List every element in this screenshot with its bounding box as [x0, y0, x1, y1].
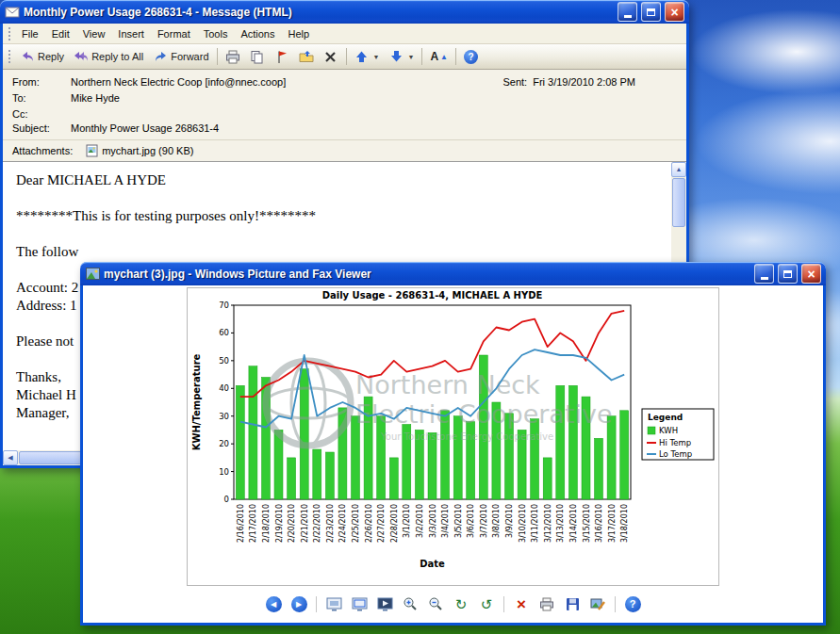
delete-button[interactable]	[319, 47, 343, 66]
svg-text:3/12/2010: 3/12/2010	[544, 504, 552, 543]
viewer-toolbar: ◀ ▶	[83, 586, 823, 622]
svg-text:2/23/2010: 2/23/2010	[326, 504, 335, 543]
email-titlebar[interactable]: Monthly Power Usage 268631-4 - Message (…	[0, 0, 689, 24]
edit-image-button[interactable]	[589, 595, 606, 612]
attachments-label: Attachments:	[12, 145, 73, 156]
move-to-folder-button[interactable]	[294, 47, 319, 66]
maximize-button[interactable]	[641, 2, 661, 22]
cc-row: Cc:	[12, 108, 677, 120]
svg-text:60: 60	[219, 328, 229, 337]
zoom-out-button[interactable]	[427, 595, 444, 612]
viewer-minimize-button[interactable]	[754, 264, 774, 284]
attachment-name: mychart.jpg (90 KB)	[102, 145, 193, 156]
help-icon: ?	[464, 50, 478, 64]
previous-image-button[interactable]: ◀	[265, 595, 282, 612]
svg-text:3/5/2010: 3/5/2010	[454, 504, 463, 538]
flag-icon	[274, 49, 289, 64]
email-window-icon	[5, 5, 20, 20]
reply-to-all-label: Reply to All	[91, 51, 143, 62]
menu-item-file[interactable]: File	[15, 25, 45, 42]
rotate-counterclockwise-button[interactable]: ↺	[478, 595, 495, 612]
previous-image-icon: ◀	[266, 596, 282, 612]
next-image-icon: ▶	[291, 596, 307, 612]
svg-text:10: 10	[219, 467, 229, 477]
close-button[interactable]: ×	[665, 2, 684, 22]
attachment-file-icon	[86, 144, 98, 157]
subject-row: Subject: Monthly Power Usage 268631-4	[12, 122, 677, 134]
svg-text:Daily Usage - 268631-4, MICHAE: Daily Usage - 268631-4, MICHAEL A HYDE	[322, 290, 543, 301]
menu-item-edit[interactable]: Edit	[45, 25, 76, 42]
menu-item-view[interactable]: View	[76, 25, 112, 42]
svg-text:3/4/2010: 3/4/2010	[441, 504, 450, 538]
zoom-in-button[interactable]	[402, 595, 419, 612]
slideshow-icon	[377, 597, 393, 611]
print-icon	[539, 597, 554, 611]
reply-button[interactable]: Reply	[15, 47, 69, 66]
svg-text:Date: Date	[420, 559, 445, 569]
print-image-button[interactable]	[538, 595, 555, 612]
viewer-help-button[interactable]: ?	[624, 595, 641, 612]
slideshow-button[interactable]	[376, 595, 393, 612]
viewer-window: mychart (3).jpg - Windows Picture and Fa…	[80, 262, 826, 626]
copy-icon	[250, 49, 265, 64]
delete-x-icon: ×	[517, 596, 526, 612]
menu-item-help[interactable]: Help	[281, 25, 316, 42]
svg-text:2/27/2010: 2/27/2010	[377, 504, 386, 543]
previous-item-button[interactable]: ▼	[350, 47, 385, 66]
svg-text:3/14/2010: 3/14/2010	[569, 504, 578, 543]
minimize-icon	[624, 15, 632, 18]
attachments-row: Attachments: mychart.jpg (90 KB)	[3, 139, 686, 161]
svg-text:KWH: KWH	[659, 426, 678, 435]
print-button[interactable]	[221, 47, 245, 66]
svg-text:30: 30	[219, 412, 229, 421]
next-image-button[interactable]: ▶	[290, 595, 307, 612]
flag-button[interactable]	[270, 47, 294, 66]
forward-button[interactable]: Forward	[148, 47, 213, 66]
attachment-item[interactable]: mychart.jpg (90 KB)	[86, 144, 193, 157]
from-row: From: Northern Neck Electric Coop [info@…	[12, 76, 677, 88]
svg-text:3/18/2010: 3/18/2010	[620, 504, 629, 543]
menubar-grip[interactable]	[8, 26, 12, 41]
minimize-button[interactable]	[618, 2, 637, 22]
actual-size-button[interactable]	[351, 595, 368, 612]
to-label: To:	[12, 92, 71, 104]
viewer-window-icon	[85, 267, 100, 282]
maximize-icon	[647, 8, 655, 16]
body-line: The follow	[16, 243, 658, 261]
to-value: Mike Hyde	[71, 92, 677, 104]
body-line: ********This is for testing purposes onl…	[16, 207, 658, 225]
rotate-clockwise-button[interactable]: ↻	[453, 595, 469, 612]
next-item-button[interactable]: ▼	[384, 47, 419, 66]
sent-group: Sent: Fri 3/19/2010 2:08 PM	[502, 76, 635, 88]
from-label: From:	[12, 76, 71, 88]
svg-text:3/8/2010: 3/8/2010	[492, 504, 501, 538]
viewer-toolbar-separator	[316, 596, 317, 612]
reply-to-all-button[interactable]: Reply to All	[69, 47, 148, 66]
save-image-button[interactable]	[564, 595, 581, 612]
toolbar-grip[interactable]	[8, 49, 12, 64]
delete-image-button[interactable]: ×	[513, 595, 530, 612]
toolbar-separator	[217, 48, 218, 65]
desktop: Monthly Power Usage 268631-4 - Message (…	[0, 0, 840, 634]
menu-item-actions[interactable]: Actions	[234, 25, 281, 42]
best-fit-icon	[326, 597, 342, 611]
font-size-up-arrow-icon: ▲	[440, 53, 448, 61]
menu-item-tools[interactable]: Tools	[197, 25, 235, 42]
best-fit-button[interactable]	[325, 595, 342, 612]
svg-text:3/11/2010: 3/11/2010	[531, 504, 539, 543]
copy-button[interactable]	[245, 47, 270, 66]
font-size-button[interactable]: A ▲	[425, 48, 453, 65]
reply-all-arrow-icon	[74, 49, 89, 64]
viewer-close-button[interactable]: ×	[801, 264, 821, 284]
scroll-up-button[interactable]: ▲	[671, 162, 686, 177]
maximize-icon	[783, 270, 792, 278]
viewer-titlebar[interactable]: mychart (3).jpg - Windows Picture and Fa…	[80, 262, 826, 285]
menu-item-insert[interactable]: Insert	[111, 25, 151, 42]
help-button[interactable]: ?	[459, 48, 483, 66]
edit-image-icon	[590, 597, 605, 611]
scroll-left-button[interactable]: ◀	[3, 450, 18, 465]
vertical-scroll-thumb[interactable]	[672, 178, 685, 227]
menu-item-format[interactable]: Format	[151, 25, 197, 42]
sent-value: Fri 3/19/2010 2:08 PM	[533, 76, 635, 88]
viewer-maximize-button[interactable]	[778, 264, 798, 284]
